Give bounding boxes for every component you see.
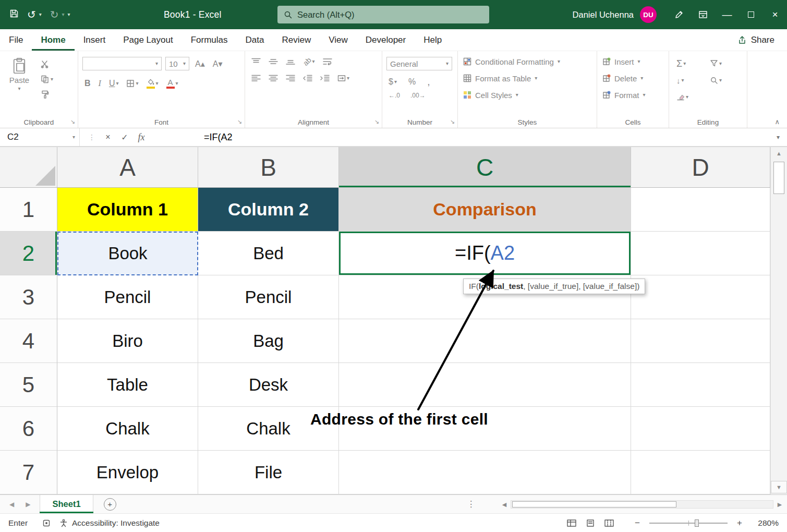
accounting-format-button[interactable]: $ ▾ (386, 77, 399, 87)
cell-D7[interactable] (631, 451, 770, 494)
cell-A3[interactable]: Pencil (57, 275, 198, 319)
undo-button[interactable]: ↺ (27, 8, 36, 21)
row-header-1[interactable]: 1 (0, 188, 57, 232)
page-layout-view-button[interactable] (586, 519, 595, 527)
font-dialog-launcher-icon[interactable]: ↘ (237, 118, 242, 125)
macro-record-button[interactable] (38, 514, 55, 532)
column-header-c[interactable]: C (339, 147, 631, 188)
scroll-up-arrow-icon[interactable]: ▲ (771, 147, 787, 160)
cell-A5[interactable]: Table (57, 363, 198, 407)
increase-decimal-button[interactable]: ←.0 (386, 91, 402, 100)
cell-C4[interactable] (339, 319, 631, 363)
cell-A2[interactable]: Book (57, 232, 198, 275)
horizontal-scrollbar-thumb[interactable] (512, 501, 676, 507)
underline-button[interactable]: U ▾ (107, 78, 121, 89)
tab-scroll-splitter[interactable]: ⋮ (467, 495, 476, 513)
fill-button[interactable]: ↓ ▾ (674, 76, 708, 86)
align-left-button[interactable] (249, 74, 263, 82)
cell-C2-active[interactable]: =IF(A2 (339, 232, 631, 275)
zoom-slider[interactable] (649, 523, 728, 524)
cell-B5[interactable]: Desk (198, 363, 339, 407)
orientation-button[interactable]: ab ▾ (301, 57, 317, 66)
collapse-ribbon-button[interactable]: ∧ (774, 118, 780, 126)
redo-button[interactable]: ↻ (50, 8, 59, 21)
vertical-scrollbar[interactable]: ▲ ▼ (770, 147, 787, 494)
cell-B2[interactable]: Bed (198, 232, 339, 275)
sort-filter-button[interactable]: ▾ (708, 59, 744, 68)
bold-button[interactable]: B (82, 78, 93, 89)
expand-formula-bar-button[interactable]: ▾ (777, 128, 787, 146)
customize-qat-icon[interactable]: ▾ (68, 12, 70, 17)
decrease-decimal-button[interactable]: .00→ (408, 91, 428, 100)
row-header-2[interactable]: 2 (0, 232, 57, 275)
search-box[interactable]: Search (Alt+Q) (277, 6, 489, 23)
vertical-scrollbar-thumb[interactable] (773, 162, 784, 194)
horizontal-scrollbar-track[interactable] (511, 500, 773, 509)
row-header-7[interactable]: 7 (0, 451, 57, 494)
cell-B7[interactable]: File (198, 451, 339, 494)
cell-A6[interactable]: Chalk (57, 407, 198, 451)
alignment-dialog-launcher-icon[interactable]: ↘ (374, 118, 379, 125)
accessibility-checker-button[interactable]: Accessibility: Investigate (59, 518, 160, 528)
tab-file[interactable]: File (0, 29, 32, 51)
font-size-combobox[interactable]: 10 ▾ (165, 57, 189, 70)
wrap-text-button[interactable] (321, 57, 334, 66)
cell-C1[interactable]: Comparison (339, 188, 631, 232)
next-sheet-arrow-icon[interactable]: ▶ (26, 501, 30, 508)
cell-B4[interactable]: Bag (198, 319, 339, 363)
comma-style-button[interactable]: , (425, 76, 432, 88)
sheet-tab-sheet1[interactable]: Sheet1 (40, 495, 93, 513)
copy-button[interactable]: ▾ (41, 75, 53, 84)
tab-developer[interactable]: Developer (357, 29, 415, 51)
tab-review[interactable]: Review (273, 29, 320, 51)
cut-button[interactable] (41, 59, 53, 69)
inking-button[interactable] (667, 0, 691, 29)
cell-D2[interactable] (631, 232, 770, 275)
row-header-6[interactable]: 6 (0, 407, 57, 451)
cell-A1[interactable]: Column 1 (57, 188, 198, 232)
share-button[interactable]: Share (725, 29, 787, 51)
tab-insert[interactable]: Insert (75, 29, 115, 51)
cell-A4[interactable]: Biro (57, 319, 198, 363)
decrease-font-button[interactable]: A▾ (211, 58, 225, 69)
cell-styles-button[interactable]: Cell Styles ▾ (460, 87, 595, 103)
decrease-indent-button[interactable] (301, 74, 314, 82)
find-select-button[interactable]: ▾ (708, 76, 744, 85)
font-name-combobox[interactable]: ▾ (82, 57, 162, 70)
align-right-button[interactable] (284, 74, 297, 82)
increase-font-button[interactable]: A▴ (193, 58, 207, 69)
zoom-out-button[interactable]: − (633, 518, 642, 528)
cell-C7[interactable] (339, 451, 631, 494)
format-cells-button[interactable]: Format ▾ (599, 87, 667, 103)
scroll-left-arrow-icon[interactable]: ◀ (498, 501, 511, 508)
cell-B3[interactable]: Pencil (198, 275, 339, 319)
prev-sheet-arrow-icon[interactable]: ◀ (9, 501, 14, 508)
increase-indent-button[interactable] (318, 74, 332, 82)
tab-formulas[interactable]: Formulas (182, 29, 237, 51)
undo-chevron-icon[interactable]: ▾ (39, 12, 42, 17)
merge-center-button[interactable]: ▾ (335, 74, 352, 83)
formula-input[interactable]: =IF(A2 (154, 128, 233, 146)
enter-button[interactable]: ✓ (116, 132, 133, 142)
page-break-preview-button[interactable] (604, 519, 614, 527)
normal-view-button[interactable] (567, 519, 576, 527)
maximize-button[interactable] (739, 0, 763, 29)
number-dialog-launcher-icon[interactable]: ↘ (450, 118, 455, 125)
tab-home[interactable]: Home (32, 29, 74, 51)
borders-button[interactable]: ▾ (124, 79, 140, 88)
format-as-table-button[interactable]: Format as Table ▾ (460, 70, 595, 87)
zoom-level[interactable]: 280% (752, 518, 779, 528)
row-header-5[interactable]: 5 (0, 363, 57, 407)
close-button[interactable]: × (763, 0, 787, 29)
cell-B1[interactable]: Column 2 (198, 188, 339, 232)
cell-D6[interactable] (631, 407, 770, 451)
format-painter-button[interactable] (41, 90, 53, 99)
clear-button[interactable]: ▾ (674, 92, 708, 102)
tab-page-layout[interactable]: Page Layout (114, 29, 181, 51)
align-middle-button[interactable] (267, 57, 280, 66)
avatar[interactable]: DU (640, 6, 657, 23)
zoom-slider-thumb[interactable] (695, 519, 699, 527)
cancel-button[interactable]: × (100, 132, 116, 142)
zoom-in-button[interactable]: + (735, 518, 744, 528)
delete-cells-button[interactable]: Delete ▾ (599, 70, 667, 87)
